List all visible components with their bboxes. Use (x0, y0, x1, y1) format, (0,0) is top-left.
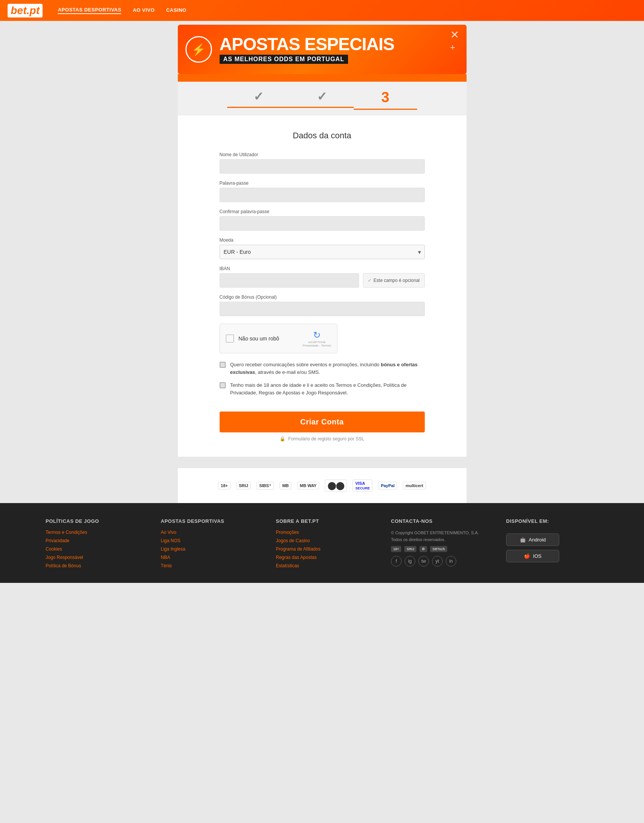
password-label: Palavra-passe (220, 180, 425, 186)
footer-link-liga-nos[interactable]: Liga NOS (161, 538, 253, 543)
lock-icon: 🔒 (280, 436, 285, 442)
bonus-group: Código de Bónus (Opcional) (220, 294, 425, 316)
payment-logo-mastercard: ⬤⬤ (325, 480, 347, 492)
payment-logos: 18+ SRIJ SIBS⁺ MB MB WAY ⬤⬤ VISASECURE P… (178, 468, 467, 503)
confirm-password-label: Confirmar palavra-passe (220, 209, 425, 214)
linkedin-icon[interactable]: in (446, 556, 456, 567)
footer-sports-title: Apostas Desportivas (161, 518, 253, 524)
payment-logo-18: 18+ (218, 482, 231, 489)
banner-text: APOSTAS ESPECIAIS AS MELHORES ODDS EM PO… (220, 35, 459, 64)
footer-link-jogos-casino[interactable]: Jogos de Casino (276, 538, 368, 543)
step-2-symbol: ✓ (317, 89, 327, 104)
nav-casino[interactable]: CASINO (166, 7, 187, 14)
bonus-input[interactable] (220, 302, 425, 316)
main-nav: APOSTAS DESPORTIVAS AO VIVO CASINO (58, 7, 186, 14)
trust-badge-srij: SRIJ (404, 546, 416, 552)
marketing-checkbox[interactable] (220, 362, 226, 368)
banner-wrapper: ⚡ APOSTAS ESPECIAIS AS MELHORES ODDS EM … (0, 21, 644, 74)
android-app-button[interactable]: 🤖 Android (506, 533, 559, 546)
footer-contact-title: Contacta-nos (391, 518, 483, 524)
site-header: bet.pt APOSTAS DESPORTIVAS AO VIVO CASIN… (0, 0, 644, 21)
captcha-label: Não sou um robô (239, 336, 279, 342)
twitter-icon[interactable]: tw (418, 556, 429, 567)
step-3: 3 (354, 89, 417, 116)
footer-col-contact: Contacta-nos © Copyright GOBET ENTRETENI… (391, 518, 483, 571)
step-3-symbol: 3 (381, 89, 389, 106)
trust-badge-sbtech: SBTech (430, 546, 447, 552)
username-label: Nome de Utilizador (220, 152, 425, 157)
banner-title: APOSTAS ESPECIAIS (220, 35, 459, 53)
footer-col-sports: Apostas Desportivas Ao Vivo Liga NOS Lig… (161, 518, 253, 571)
confirm-password-group: Confirmar palavra-passe (220, 209, 425, 231)
password-input[interactable] (220, 188, 425, 202)
main-container: Dados da conta Nome de Utilizador Palavr… (0, 116, 644, 468)
banner-subtitle: AS MELHORES ODDS EM PORTUGAL (220, 55, 348, 64)
iban-input[interactable] (220, 273, 359, 288)
footer-link-estatisticas[interactable]: Estatísticas (276, 563, 368, 568)
footer-col-apps: Disponível em: 🤖 Android 🍎 IOS (506, 518, 598, 571)
steps-indicator: ✓ ✓ 3 (178, 82, 467, 116)
android-label: Android (529, 537, 546, 543)
username-group: Nome de Utilizador (220, 152, 425, 174)
banner-decoration: ✕+ (450, 28, 459, 53)
iban-input-wrap (220, 273, 359, 288)
footer-link-promocoes[interactable]: Promoções (276, 530, 368, 535)
trust-badge-misc: ⚙ (419, 546, 427, 552)
youtube-icon[interactable]: yt (432, 556, 443, 567)
nav-apostas-desportivas[interactable]: APOSTAS DESPORTIVAS (58, 7, 121, 14)
footer-link-afiliados[interactable]: Programa de Afiliados (276, 546, 368, 552)
trust-icons: 18+ SRIJ ⚙ SBTech (391, 546, 483, 552)
footer-link-privacidade[interactable]: Privacidade (46, 538, 138, 543)
footer-link-liga-inglesa[interactable]: Liga Inglesa (161, 546, 253, 552)
banner: ⚡ APOSTAS ESPECIAIS AS MELHORES ODDS EM … (178, 25, 467, 74)
captcha-checkbox[interactable] (226, 334, 234, 343)
nav-ao-vivo[interactable]: AO VIVO (133, 7, 155, 14)
captcha-left: Não sou um robô (226, 334, 279, 343)
check-icon: ✓ (368, 278, 372, 283)
ssl-label: Formulário de registo seguro por SSL (288, 436, 364, 442)
footer-link-ao-vivo[interactable]: Ao Vivo (161, 530, 253, 535)
banner-icon: ⚡ (185, 36, 212, 63)
marketing-text: Quero receber comunicações sobre eventos… (230, 361, 425, 376)
terms-checkbox[interactable] (220, 382, 226, 388)
footer-link-nba[interactable]: NBA (161, 555, 253, 560)
iban-hint-text: Este campo é opcional (373, 278, 419, 283)
logo[interactable]: bet.pt (8, 4, 43, 17)
payment-logo-srij: SRIJ (236, 482, 251, 489)
ios-app-button[interactable]: 🍎 IOS (506, 550, 559, 562)
facebook-icon[interactable]: f (391, 556, 402, 567)
footer-link-tenis[interactable]: Ténis (161, 563, 253, 568)
form-title: Dados da conta (220, 131, 425, 141)
instagram-icon[interactable]: ig (405, 556, 415, 567)
step-1: ✓ (227, 89, 291, 114)
submit-button[interactable]: Criar Conta (220, 412, 425, 432)
currency-select-wrapper: EUR - Euro USD - Dólar GBP - Libra ▾ (220, 245, 425, 259)
payment-logo-mbway: MB WAY (297, 482, 319, 489)
captcha-right: ↻ reCAPTCHA Privacidade - Termos (303, 330, 331, 347)
terms-checkbox-row: Tenho mais de 18 anos de idade e li e ac… (220, 381, 425, 396)
step-2: ✓ (290, 89, 354, 114)
android-icon: 🤖 (520, 537, 526, 543)
footer-link-politica-bonus[interactable]: Política de Bónus (46, 563, 138, 568)
iban-row: ✓ Este campo é opcional (220, 273, 425, 288)
apple-icon: 🍎 (524, 553, 530, 559)
iban-hint: ✓ Este campo é opcional (363, 273, 424, 288)
step-3-line (354, 109, 417, 110)
currency-select[interactable]: EUR - Euro USD - Dólar GBP - Libra (220, 245, 425, 259)
confirm-password-input[interactable] (220, 216, 425, 231)
iban-label: IBAN (220, 266, 425, 271)
footer-link-termos[interactable]: Termos e Condições (46, 530, 138, 535)
step-1-line (227, 107, 291, 108)
footer-link-regras-apostas[interactable]: Regras das Apostas (276, 555, 368, 560)
footer-link-cookies[interactable]: Cookies (46, 546, 138, 552)
footer-link-jogo-responsavel[interactable]: Jogo Responsável (46, 555, 138, 560)
form-card: Dados da conta Nome de Utilizador Palavr… (178, 116, 467, 457)
username-input[interactable] (220, 159, 425, 174)
footer-col-policies: Políticas de Jogo Termos e Condições Pri… (46, 518, 138, 571)
footer-col-about: Sobre a bet.pt Promoções Jogos de Casino… (276, 518, 368, 571)
footer-about-title: Sobre a bet.pt (276, 518, 368, 524)
password-group: Palavra-passe (220, 180, 425, 202)
trust-badge-18: 18+ (391, 546, 401, 552)
payment-logo-sibs: SIBS⁺ (256, 482, 274, 490)
payment-logo-visa: VISASECURE (353, 480, 372, 492)
